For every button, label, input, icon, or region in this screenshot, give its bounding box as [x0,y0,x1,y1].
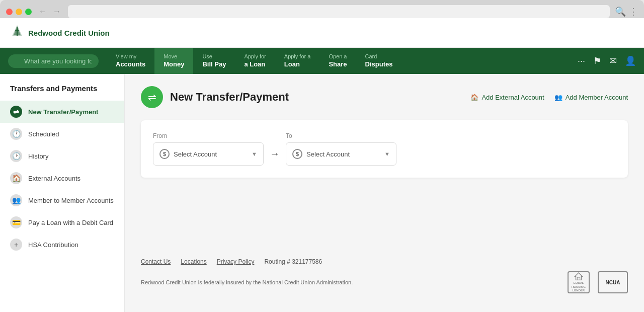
contact-us-link[interactable]: Contact Us [141,258,171,265]
nav-bar: 🔍 View my Accounts Move Money Use Bill P… [0,48,644,74]
sidebar-item-bill-pay[interactable]: Use Bill Pay [193,48,235,74]
to-label: To [286,132,396,139]
flag-icon[interactable]: ⚑ [593,55,601,66]
sidebar-item-scheduled[interactable]: 🕐 Scheduled [0,123,124,145]
to-account-inner: $ Select Account [292,149,350,159]
sidebar-item-apply-loan[interactable]: Apply for a Loan [235,48,275,74]
nav-move-bold: Money [164,60,184,69]
sidebar-item-label: Scheduled [28,130,59,138]
add-member-label: Add Member Account [566,94,628,101]
privacy-policy-link[interactable]: Privacy Policy [217,258,255,265]
sidebar-item-apply-loan2[interactable]: Apply for a Loan [275,48,320,74]
to-select-label: Select Account [306,150,350,158]
address-bar[interactable] [68,5,610,18]
from-account-inner: $ Select Account [159,149,217,159]
sidebar-item-external-accounts[interactable]: 🏠 External Accounts [0,167,124,189]
member-accounts-icon: 👥 [10,194,22,206]
nav-billpay-top: Use [202,53,226,60]
nav-apply-bold: a Loan [244,60,266,69]
footer-section: Contact Us Locations Privacy Policy Rout… [141,258,628,293]
browser-nav-arrows: ← → [37,6,63,17]
add-external-label: Add External Account [481,94,544,101]
profile-icon[interactable]: 👤 [625,55,636,66]
sidebar-title: Transfers and Payments [0,84,124,101]
nav-apply2-top: Apply for a [284,53,311,60]
footer-disclaimer: Redwood Credit Union is federally insure… [141,279,353,285]
traffic-lights [6,9,32,15]
search-input[interactable] [8,54,99,68]
browser-actions: 🔍 ⋮ [615,6,638,17]
sidebar-item-label: HSA Contribution [28,241,78,249]
content-area: ⇌ New Transfer/Payment 🏠 Add External Ac… [125,74,644,312]
ehl-badge: EQUAL HOUSINGLENDER [568,271,590,293]
minimize-button[interactable] [16,9,22,15]
external-accounts-icon: 🏠 [10,172,22,184]
locations-link[interactable]: Locations [181,258,206,265]
sidebar-item-new-transfer[interactable]: ⇌ New Transfer/Payment [0,101,124,123]
nav-accounts-top: View my [116,53,145,60]
logo-area: Redwood Credit Union [10,24,110,41]
ncua-badge: NCUA [598,271,628,293]
arrow-connector: → [270,148,280,160]
sidebar-item-member-accounts[interactable]: 👥 Member to Member Accounts [0,189,124,211]
sidebar-item-label: External Accounts [28,175,80,182]
hsa-icon: + [10,239,22,251]
app-wrapper: Redwood Credit Union 🔍 View my Accounts … [0,18,644,312]
forward-button[interactable]: → [51,6,63,17]
logo-text: Redwood Credit Union [28,29,110,37]
footer-bottom: Redwood Credit Union is federally insure… [141,271,628,293]
sidebar-item-pay-loan[interactable]: 💳 Pay a Loan with a Debit Card [0,211,124,233]
footer-logos: EQUAL HOUSINGLENDER NCUA [568,271,628,293]
main-layout: Transfers and Payments ⇌ New Transfer/Pa… [0,74,644,312]
close-button[interactable] [6,9,13,15]
dollar-icon-from: $ [159,149,170,159]
more-icon[interactable]: ··· [578,56,585,66]
footer-links: Contact Us Locations Privacy Policy Rout… [141,258,628,265]
sidebar-item-label: Member to Member Accounts [28,197,114,204]
chevron-down-icon-to: ▼ [384,151,390,157]
sidebar-item-label: History [28,152,48,160]
mail-icon[interactable]: ✉ [609,55,617,66]
pay-loan-icon: 💳 [10,216,22,228]
add-external-account-button[interactable]: 🏠 Add External Account [470,94,544,101]
form-row: From $ Select Account ▼ → To [153,132,616,166]
nav-move-top: Move [164,53,184,60]
to-group: To $ Select Account ▼ [286,132,396,166]
header-actions: 🏠 Add External Account 👥 Add Member Acco… [470,94,628,101]
new-transfer-icon: ⇌ [10,106,22,118]
nav-share-top: Open a [329,53,347,60]
nav-apply-top: Apply for [244,53,266,60]
page-title: New Transfer/Payment [170,91,289,104]
maximize-button[interactable] [25,9,32,15]
sidebar-item-label: Pay a Loan with a Debit Card [28,219,113,226]
page-title-area: ⇌ New Transfer/Payment [141,86,289,108]
sidebar-item-card-disputes[interactable]: Card Disputes [356,48,402,74]
from-account-select[interactable]: $ Select Account ▼ [153,142,264,166]
page-icon: ⇌ [141,86,163,108]
bank-icon: 🏠 [470,94,478,101]
sidebar-item-history[interactable]: 🕑 History [0,145,124,167]
to-account-select[interactable]: $ Select Account ▼ [286,142,396,166]
chevron-down-icon-from: ▼ [252,151,257,157]
nav-accounts-bold: Accounts [116,60,145,69]
browser-menu-icon[interactable]: ⋮ [629,6,638,17]
back-button[interactable]: ← [37,6,49,17]
logo-icon [10,24,24,41]
person-plus-icon: 👥 [554,94,562,101]
nav-card-top: Card [365,53,393,60]
nav-share-bold: Share [329,60,347,69]
sidebar-item-open-share[interactable]: Open a Share [319,48,356,74]
nav-billpay-bold: Bill Pay [202,60,226,69]
sidebar-item-accounts[interactable]: View my Accounts [107,48,154,74]
top-header: Redwood Credit Union [0,18,644,48]
from-select-label: Select Account [174,150,217,158]
from-label: From [153,132,264,139]
add-member-account-button[interactable]: 👥 Add Member Account [554,94,628,101]
sidebar-item-move-money[interactable]: Move Money [154,48,193,74]
scheduled-icon: 🕐 [10,128,22,140]
transfer-form: From $ Select Account ▼ → To [141,120,628,178]
sidebar-item-hsa[interactable]: + HSA Contribution [0,233,124,256]
sidebar-item-label: New Transfer/Payment [28,108,98,116]
nav-right-icons: ··· ⚑ ✉ 👤 [578,55,636,66]
browser-search-icon[interactable]: 🔍 [615,6,626,17]
